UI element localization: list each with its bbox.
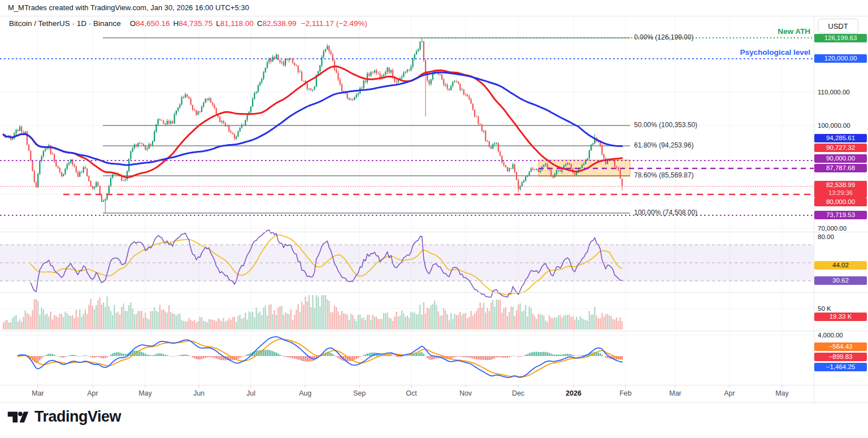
macd-signal-label: −564.43: [814, 342, 867, 351]
scale-tick: 110,000.00: [818, 88, 850, 97]
tradingview-logo-icon: [7, 409, 29, 426]
scale-tick: 50 K: [818, 304, 831, 313]
symbol-title: Bitcoin / TetherUS · 1D · Binance: [9, 19, 121, 28]
entry-zone-label: 87,787.68: [814, 164, 867, 172]
change-value: −2,111.17 (−2.49%): [301, 19, 367, 28]
month-label: Apr: [87, 389, 98, 397]
month-label: Apr: [724, 389, 735, 397]
month-label: Feb: [619, 389, 632, 397]
month-label: Sep: [353, 389, 366, 397]
level-73719-label: 73,719.53: [814, 211, 867, 219]
rsi-ma-label: 44.02: [814, 261, 867, 270]
rsi-label: 30.62: [814, 276, 867, 285]
month-label: Mar: [32, 389, 44, 397]
month-label: Jul: [246, 389, 255, 397]
ohlc-open-key: O: [130, 19, 136, 28]
new-ath-annotation: New ATH: [778, 27, 810, 36]
attribution-text: M_MTrades created with TradingView.com, …: [8, 3, 249, 12]
month-label: Jun: [193, 389, 205, 397]
volume-label: 19.33 K: [814, 313, 867, 321]
symbol-header: Bitcoin / TetherUS · 1D · BinanceO84,650…: [9, 19, 367, 28]
chart-canvas[interactable]: [0, 0, 868, 438]
scale-tick: 100,000.00: [818, 121, 850, 130]
psych-level-label: 120,000.00: [814, 54, 867, 63]
ma-slow-label: 94,285.61: [814, 134, 867, 142]
level-90000-label: 90,000.00: [814, 154, 867, 163]
scale-tick: 4,000.00: [818, 331, 843, 340]
month-label: Mar: [669, 389, 682, 397]
macd-hist-label: −899.83: [814, 353, 867, 361]
month-label: Aug: [299, 389, 311, 397]
ohlc-high-value: 84,735.75: [179, 19, 212, 28]
level-80000-label: 80,000.00: [814, 198, 867, 206]
scale-tick: 70,000.00: [818, 224, 847, 233]
ohlc-close-key: C: [257, 19, 263, 28]
ohlc-high-key: H: [173, 19, 179, 28]
ohlc-low-key: L: [216, 19, 220, 28]
fib-level-label: 100.00% (74,508.00): [634, 209, 697, 216]
psychological-level-annotation: Psychological level: [740, 48, 810, 57]
ath-price-label: 126,199.63: [814, 34, 867, 42]
current-price-label: 82,538.9913:29:36: [814, 181, 867, 198]
ohlc-low-value: 81,118.00: [220, 19, 254, 28]
tradingview-logo[interactable]: TradingView: [7, 408, 121, 426]
month-label: Dec: [512, 389, 524, 397]
macd-line-label: −1,464.25: [814, 363, 867, 371]
ohlc-open-value: 84,650.16: [136, 19, 170, 28]
attribution-bar: M_MTrades created with TradingView.com, …: [0, 0, 868, 16]
currency-toggle-button[interactable]: USDT: [818, 19, 858, 33]
fib-level-label: 0.00% (126,199.00): [634, 33, 693, 41]
ohlc-close-value: 82,538.99: [263, 19, 297, 28]
month-label: May: [138, 389, 152, 397]
fib-level-label: 78.60% (85,569.87): [634, 171, 693, 179]
tradingview-logo-text: TradingView: [34, 408, 121, 426]
month-label: Oct: [406, 389, 416, 397]
month-label: May: [775, 389, 789, 397]
month-label: 2026: [566, 389, 581, 397]
fib-level-label: 50.00% (100,353.50): [634, 121, 697, 129]
scale-tick: 80.00: [818, 232, 834, 241]
ma-fast-label: 90,727.32: [814, 144, 867, 152]
fib-level-label: 61.80% (94,253.96): [634, 141, 693, 149]
month-label: Nov: [459, 389, 472, 397]
